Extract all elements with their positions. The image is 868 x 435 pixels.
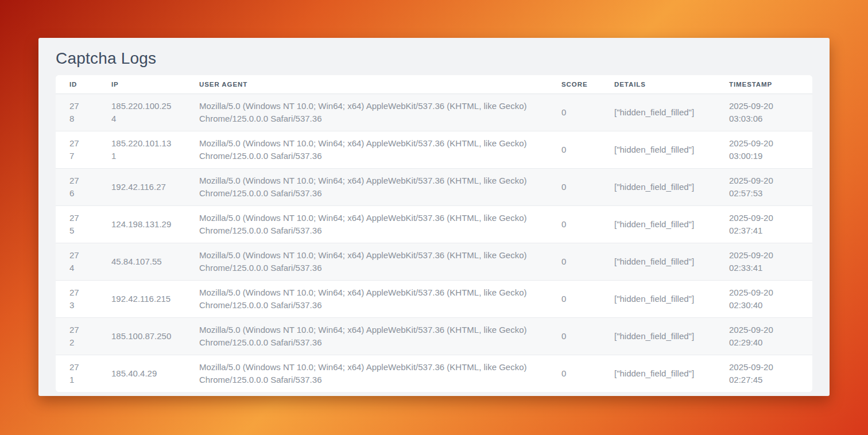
cell-timestamp: 2025-09-20 02:27:45 (715, 355, 812, 393)
cell-score: 0 (548, 169, 600, 206)
cell-timestamp: 2025-09-20 02:29:40 (715, 318, 812, 355)
cell-id: 278 (56, 94, 98, 131)
cell-id: 275 (56, 206, 98, 243)
cell-ip: 45.84.107.55 (98, 243, 185, 281)
cell-details: ["hidden_field_filled"] (600, 318, 715, 355)
cell-details: ["hidden_field_filled"] (600, 281, 715, 318)
table-row: 278 185.220.100.254 Mozilla/5.0 (Windows… (56, 94, 812, 131)
cell-user-agent: Mozilla/5.0 (Windows NT 10.0; Win64; x64… (185, 318, 548, 355)
cell-ip: 192.42.116.27 (98, 169, 185, 206)
cell-score: 0 (548, 206, 600, 243)
cell-ip: 124.198.131.29 (98, 206, 185, 243)
cell-score: 0 (548, 131, 600, 169)
cell-user-agent: Mozilla/5.0 (Windows NT 10.0; Win64; x64… (185, 243, 548, 281)
table-header-row: ID IP USER AGENT SCORE DETAILS TIMESTAMP (56, 75, 812, 94)
column-header-details: DETAILS (600, 75, 715, 94)
cell-id: 271 (56, 355, 98, 393)
cell-details: ["hidden_field_filled"] (600, 169, 715, 206)
cell-id: 274 (56, 243, 98, 281)
cell-user-agent: Mozilla/5.0 (Windows NT 10.0; Win64; x64… (185, 355, 548, 393)
cell-user-agent: Mozilla/5.0 (Windows NT 10.0; Win64; x64… (185, 131, 548, 169)
table-row: 272 185.100.87.250 Mozilla/5.0 (Windows … (56, 318, 812, 355)
cell-score: 0 (548, 281, 600, 318)
captcha-logs-table-container: ID IP USER AGENT SCORE DETAILS TIMESTAMP… (56, 75, 812, 392)
cell-details: ["hidden_field_filled"] (600, 131, 715, 169)
cell-timestamp: 2025-09-20 02:37:41 (715, 206, 812, 243)
cell-id: 273 (56, 281, 98, 318)
cell-ip: 185.100.87.250 (98, 318, 185, 355)
cell-timestamp: 2025-09-20 03:00:19 (715, 131, 812, 169)
cell-id: 277 (56, 131, 98, 169)
cell-ip: 185.220.101.131 (98, 131, 185, 169)
cell-score: 0 (548, 243, 600, 281)
table-row: 273 192.42.116.215 Mozilla/5.0 (Windows … (56, 281, 812, 318)
cell-id: 272 (56, 318, 98, 355)
cell-ip: 192.42.116.215 (98, 281, 185, 318)
cell-details: ["hidden_field_filled"] (600, 355, 715, 393)
column-header-user-agent: USER AGENT (185, 75, 548, 94)
cell-user-agent: Mozilla/5.0 (Windows NT 10.0; Win64; x64… (185, 206, 548, 243)
cell-user-agent: Mozilla/5.0 (Windows NT 10.0; Win64; x64… (185, 281, 548, 318)
column-header-timestamp: TIMESTAMP (715, 75, 812, 94)
cell-timestamp: 2025-09-20 03:03:06 (715, 94, 812, 131)
cell-score: 0 (548, 355, 600, 393)
page-title: Captcha Logs (56, 47, 812, 69)
captcha-logs-table: ID IP USER AGENT SCORE DETAILS TIMESTAMP… (56, 75, 812, 392)
column-header-ip: IP (98, 75, 185, 94)
column-header-score: SCORE (548, 75, 600, 94)
table-row: 275 124.198.131.29 Mozilla/5.0 (Windows … (56, 206, 812, 243)
cell-timestamp: 2025-09-20 02:33:41 (715, 243, 812, 281)
column-header-id: ID (56, 75, 98, 94)
cell-user-agent: Mozilla/5.0 (Windows NT 10.0; Win64; x64… (185, 94, 548, 131)
cell-details: ["hidden_field_filled"] (600, 243, 715, 281)
cell-timestamp: 2025-09-20 02:57:53 (715, 169, 812, 206)
captcha-logs-card: Captcha Logs ID IP USER AGENT SCORE DETA… (38, 38, 830, 396)
cell-score: 0 (548, 318, 600, 355)
cell-timestamp: 2025-09-20 02:30:40 (715, 281, 812, 318)
cell-ip: 185.40.4.29 (98, 355, 185, 393)
table-row: 271 185.40.4.29 Mozilla/5.0 (Windows NT … (56, 355, 812, 393)
cell-details: ["hidden_field_filled"] (600, 206, 715, 243)
cell-user-agent: Mozilla/5.0 (Windows NT 10.0; Win64; x64… (185, 169, 548, 206)
table-row: 274 45.84.107.55 Mozilla/5.0 (Windows NT… (56, 243, 812, 281)
table-row: 276 192.42.116.27 Mozilla/5.0 (Windows N… (56, 169, 812, 206)
table-body: 278 185.220.100.254 Mozilla/5.0 (Windows… (56, 94, 812, 393)
cell-details: ["hidden_field_filled"] (600, 94, 715, 131)
cell-id: 276 (56, 169, 98, 206)
table-row: 277 185.220.101.131 Mozilla/5.0 (Windows… (56, 131, 812, 169)
cell-ip: 185.220.100.254 (98, 94, 185, 131)
cell-score: 0 (548, 94, 600, 131)
